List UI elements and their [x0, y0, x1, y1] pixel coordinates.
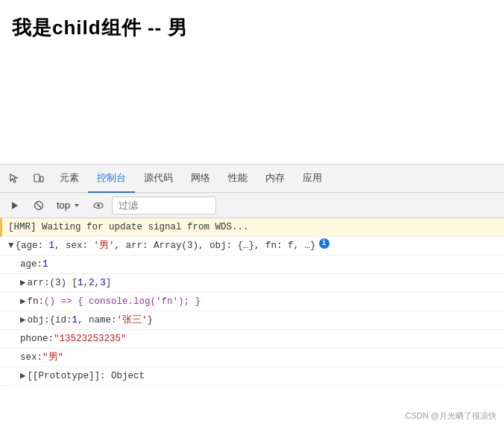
tab-elements[interactable]: 元素 [51, 165, 88, 193]
svg-rect-0 [34, 174, 40, 182]
eye-icon[interactable] [88, 195, 109, 216]
filter-input[interactable] [112, 197, 216, 214]
sex-property-line: sex: "男" [0, 349, 504, 367]
inspect-element-icon[interactable] [3, 167, 27, 191]
expand-icon[interactable] [8, 238, 14, 253]
age-property-line: age: 1 [0, 255, 504, 274]
obj-expand-icon[interactable] [20, 313, 26, 328]
log-summary-text: {age: 1, sex: '男', arr: Array(3), obj: {… [16, 238, 316, 253]
devtools-tabs-bar: 元素 控制台 源代码 网络 性能 内存 应用 [0, 165, 504, 193]
devtools-panel: 元素 控制台 源代码 网络 性能 内存 应用 [0, 164, 504, 426]
arr-expand-icon[interactable] [20, 276, 26, 290]
main-content: 我是child组件 -- 男 [0, 0, 504, 164]
devtools-toolbar: top [0, 193, 504, 218]
tab-network[interactable]: 网络 [182, 165, 219, 193]
fn-property-line: fn: () => { console.log('fn'); } [0, 293, 504, 311]
svg-line-4 [36, 203, 42, 209]
tab-performance[interactable]: 性能 [219, 165, 256, 193]
hmr-text: [HMR] Waiting for update signal from WDS… [8, 220, 249, 235]
arr-property-line: arr: (3) [1, 2, 3] [0, 274, 504, 293]
run-snippet-icon[interactable] [4, 195, 25, 216]
tab-sources[interactable]: 源代码 [135, 165, 182, 193]
svg-marker-2 [12, 202, 18, 209]
hmr-log-line: [HMR] Waiting for update signal from WDS… [0, 218, 504, 237]
device-toggle-icon[interactable] [27, 167, 51, 191]
clear-console-icon[interactable] [28, 195, 49, 216]
phone-property-line: phone: "13523253235" [0, 330, 504, 349]
log-summary-line: {age: 1, sex: '男', arr: Array(3), obj: {… [0, 237, 504, 255]
watermark: CSDN @月光晒了很凉快 [406, 410, 497, 422]
page-title: 我是child组件 -- 男 [12, 15, 492, 41]
console-output: [HMR] Waiting for update signal from WDS… [0, 218, 504, 426]
context-label: top [57, 200, 70, 211]
svg-rect-1 [40, 177, 43, 182]
prototype-line: [[Prototype]]: Object [0, 367, 504, 386]
obj-property-line: obj: {id: 1, name: '张三'} [0, 311, 504, 330]
svg-marker-5 [75, 204, 79, 207]
context-selector[interactable]: top [52, 197, 85, 214]
proto-expand-icon[interactable] [20, 369, 26, 384]
tab-console[interactable]: 控制台 [88, 165, 135, 193]
tab-application[interactable]: 应用 [294, 165, 331, 193]
fn-expand-icon[interactable] [20, 294, 26, 309]
info-icon: i [319, 238, 330, 249]
tab-memory[interactable]: 内存 [256, 165, 294, 193]
svg-point-7 [97, 204, 100, 207]
